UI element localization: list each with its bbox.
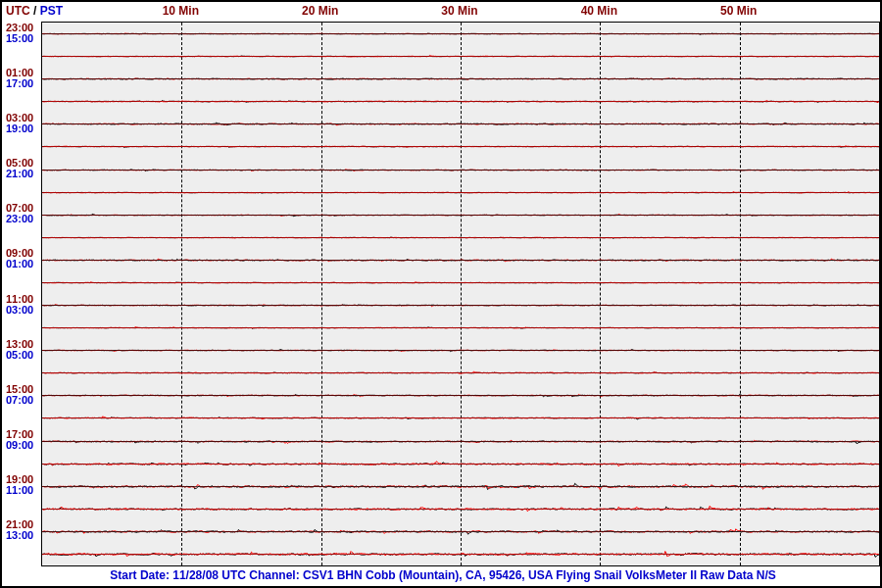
chart-footer: Start Date: 11/28/08 UTC Channel: CSV1 B… (2, 568, 882, 582)
trace-row (42, 181, 879, 204)
waveform (42, 226, 879, 249)
trace-row (42, 339, 879, 362)
waveform (42, 271, 879, 294)
trace-row (42, 113, 879, 135)
y-tick-pst: 01:00 (6, 259, 39, 270)
waveform (42, 475, 879, 498)
waveform (42, 498, 879, 520)
y-tick: 17:0009:00 (6, 429, 39, 451)
y-tick: 15:0007:00 (6, 384, 39, 406)
waveform (42, 384, 879, 407)
trace-row (42, 294, 879, 317)
waveform (42, 90, 879, 113)
trace-row (42, 407, 879, 429)
trace-row (42, 520, 879, 543)
y-tick: 05:0021:00 (6, 158, 39, 179)
y-tick-pst: 19:00 (6, 123, 39, 134)
y-tick: 09:0001:00 (6, 248, 39, 270)
trace-row (42, 68, 879, 90)
waveform (42, 430, 879, 453)
timezone-header: UTC / PST (6, 4, 63, 18)
waveform (42, 453, 879, 475)
trace-row (42, 249, 879, 271)
y-tick-pst: 17:00 (6, 78, 39, 89)
waveform (42, 68, 879, 90)
x-tick-label: 50 Min (720, 4, 757, 18)
waveform (42, 159, 879, 181)
y-tick-pst: 09:00 (6, 440, 39, 451)
y-tick-pst: 21:00 (6, 169, 39, 179)
chart-frame: UTC / PST 10 Min20 Min30 Min40 Min50 Min… (0, 0, 882, 588)
trace-row (42, 362, 879, 384)
waveform (42, 204, 879, 226)
trace-row (42, 45, 879, 68)
trace-row (42, 453, 879, 475)
waveform (42, 135, 879, 158)
trace-row (42, 430, 879, 453)
y-tick-pst: 23:00 (6, 214, 39, 224)
y-tick: 07:0023:00 (6, 203, 39, 224)
x-tick-label: 40 Min (581, 4, 617, 18)
x-tick-label: 30 Min (441, 4, 477, 18)
waveform (42, 339, 879, 362)
header-utc: UTC (6, 4, 30, 18)
x-tick-label: 20 Min (302, 4, 338, 18)
waveform (42, 362, 879, 384)
y-tick-pst: 11:00 (6, 485, 39, 496)
y-tick: 03:0019:00 (6, 113, 39, 134)
trace-row (42, 384, 879, 407)
waveform (42, 317, 879, 339)
header-sep: / (33, 4, 36, 18)
waveform (42, 23, 879, 45)
waveform (42, 520, 879, 543)
trace-row (42, 204, 879, 226)
y-tick: 13:0005:00 (6, 339, 39, 361)
y-tick: 23:0015:00 (6, 23, 39, 44)
trace-row (42, 317, 879, 339)
trace-row (42, 135, 879, 158)
trace-row (42, 226, 879, 249)
y-tick-pst: 13:00 (6, 530, 39, 541)
header-pst: PST (40, 4, 63, 18)
trace-row (42, 543, 879, 565)
y-tick: 19:0011:00 (6, 474, 39, 496)
waveform (42, 181, 879, 204)
plot-area (41, 22, 880, 566)
y-tick: 11:0003:00 (6, 294, 39, 316)
trace-row (42, 23, 879, 45)
y-tick-pst: 03:00 (6, 305, 39, 316)
y-tick: 21:0013:00 (6, 519, 39, 541)
y-tick-pst: 15:00 (6, 33, 39, 44)
y-tick: 01:0017:00 (6, 68, 39, 89)
waveform (42, 407, 879, 429)
waveform (42, 249, 879, 271)
y-tick-pst: 07:00 (6, 395, 39, 406)
waveform (42, 113, 879, 135)
y-tick-utc: 23:00 (6, 23, 39, 33)
y-tick-pst: 05:00 (6, 350, 39, 361)
x-tick-label: 10 Min (163, 4, 199, 18)
trace-row (42, 159, 879, 181)
trace-row (42, 271, 879, 294)
waveform (42, 294, 879, 317)
trace-row (42, 475, 879, 498)
waveform (42, 543, 879, 565)
trace-row (42, 498, 879, 520)
trace-row (42, 90, 879, 113)
waveform (42, 45, 879, 68)
y-tick-utc: 11:00 (6, 294, 39, 305)
